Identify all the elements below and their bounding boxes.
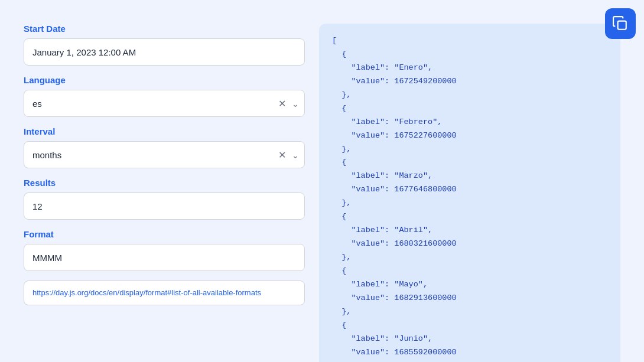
json-line: "label": "Febrero", (332, 116, 607, 129)
svg-rect-0 (618, 21, 626, 30)
language-chevron-icon[interactable]: ⌄ (292, 99, 299, 108)
format-link-group: https://day.js.org/docs/en/display/forma… (24, 281, 305, 305)
json-line: }, (332, 305, 607, 319)
json-line: "value": 1677646800000 (332, 183, 607, 197)
json-line: { (332, 210, 607, 224)
interval-select-wrapper: ✕ ⌄ (24, 141, 305, 168)
json-line: "label": "Junio", (332, 332, 607, 346)
json-line: }, (332, 251, 607, 265)
json-line: { (332, 48, 607, 61)
json-line: { (332, 102, 607, 116)
interval-input[interactable] (24, 141, 305, 168)
format-label: Format (24, 229, 305, 239)
format-group: Format (24, 229, 305, 271)
json-line: "label": "Enero", (332, 61, 607, 75)
interval-label: Interval (24, 126, 305, 136)
json-line: "value": 1675227600000 (332, 129, 607, 143)
results-label: Results (24, 178, 305, 188)
json-line: "value": 1672549200000 (332, 75, 607, 89)
start-date-group: Start Date (24, 24, 305, 66)
json-line: }, (332, 89, 607, 102)
main-container: Start Date Language ✕ ⌄ Interval ✕ ⌄ (0, 0, 644, 362)
results-group: Results (24, 178, 305, 220)
json-line: }, (332, 197, 607, 210)
language-group: Language ✕ ⌄ (24, 75, 305, 117)
interval-select-actions: ✕ ⌄ (277, 148, 299, 162)
json-line: }, (332, 143, 607, 156)
format-docs-link[interactable]: https://day.js.org/docs/en/display/forma… (24, 281, 305, 305)
left-panel: Start Date Language ✕ ⌄ Interval ✕ ⌄ (24, 24, 305, 362)
json-lines: [ { "label": "Enero", "value": 167254920… (332, 34, 607, 362)
language-select-actions: ✕ ⌄ (277, 97, 299, 110)
json-output-panel: [ { "label": "Enero", "value": 167254920… (319, 24, 620, 362)
json-line: { (332, 319, 607, 332)
results-input[interactable] (24, 193, 305, 220)
json-line: { (332, 265, 607, 278)
start-date-input[interactable] (24, 38, 305, 66)
interval-group: Interval ✕ ⌄ (24, 126, 305, 168)
interval-clear-button[interactable]: ✕ (277, 148, 287, 162)
json-line: "label": "Marzo", (332, 169, 607, 183)
language-input[interactable] (24, 90, 305, 117)
language-select-wrapper: ✕ ⌄ (24, 90, 305, 117)
language-label: Language (24, 75, 305, 85)
json-line: "value": 1682913600000 (332, 292, 607, 305)
copy-button[interactable] (605, 8, 636, 39)
format-input[interactable] (24, 244, 305, 271)
json-line: "value": 1680321600000 (332, 237, 607, 251)
json-line: "label": "Abril", (332, 224, 607, 237)
json-line: [ (332, 34, 607, 48)
json-line: "label": "Mayo", (332, 278, 607, 292)
json-line: "value": 1685592000000 (332, 346, 607, 360)
interval-chevron-icon[interactable]: ⌄ (292, 150, 299, 159)
json-line: }, (332, 360, 607, 363)
json-line: { (332, 156, 607, 169)
start-date-label: Start Date (24, 24, 305, 34)
language-clear-button[interactable]: ✕ (277, 97, 287, 110)
